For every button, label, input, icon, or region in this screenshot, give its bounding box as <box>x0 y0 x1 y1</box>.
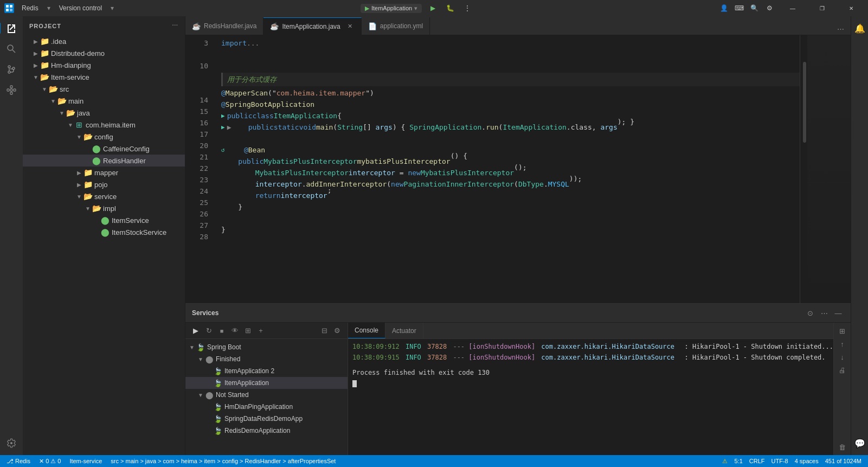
tab-itemapplication[interactable]: ☕ ItemApplication.java ✕ <box>263 17 361 35</box>
status-indent[interactable]: 4 spaces <box>793 458 821 464</box>
arrow-com-heima: ▼ <box>66 122 75 128</box>
sidebar-item-redishandler[interactable]: ▶ ⬤ RedisHandler <box>23 155 185 167</box>
activity-explorer[interactable] <box>2 18 21 38</box>
run-line16-btn[interactable]: ▶ <box>221 110 225 121</box>
right-chat[interactable]: 💬 <box>850 433 869 453</box>
sidebar-item-itemservice-class[interactable]: ▶ ⬤ ItemService <box>23 214 185 226</box>
bottom-panel: Services ⊙ ⋯ — ▶ ↻ ■ 👁 <box>185 303 851 455</box>
sidebar-menu-icon[interactable]: ⋯ <box>172 22 178 29</box>
sidebar-item-caffeineconfig[interactable]: ▶ ⬤ CaffeineConfig <box>23 143 185 155</box>
sidebar-item-src[interactable]: ▼ 📂 src <box>23 83 185 95</box>
java-icon-itemstockservice: ⬤ <box>101 228 110 236</box>
more-button[interactable]: ⋮ <box>461 2 474 15</box>
minimize-button[interactable]: — <box>780 0 805 16</box>
sidebar-item-hmdianping[interactable]: ▶ 📁 Hm-dianping <box>23 59 185 71</box>
code-content[interactable]: import ... 用于分布式缓存 @MapperScan("com.heim… <box>213 35 800 303</box>
editor-scrollbar[interactable] <box>800 35 807 303</box>
svc-run-btn[interactable]: ▶ <box>190 325 202 337</box>
tab-redishandler[interactable]: ☕ RedisHandler.java <box>185 17 263 35</box>
panel-expand-btn[interactable]: ⊙ <box>804 307 816 319</box>
console-tab-actuator[interactable]: Actuator <box>385 323 423 338</box>
svc-collapse-btn[interactable]: ⊟ <box>318 325 330 337</box>
svc-itemapp[interactable]: ▶ 🍃 ItemApplication <box>185 377 348 389</box>
debug-button[interactable]: 🐛 <box>443 2 456 15</box>
panel-right-btn2[interactable]: ↑ <box>837 338 848 350</box>
panel-content: ▶ ↻ ■ 👁 ⊞ + ⊟ ⚙ <box>185 323 851 455</box>
translate-button[interactable]: ⌨ <box>732 2 745 15</box>
arrow-config: ▼ <box>75 134 83 140</box>
svc-eye-btn[interactable]: 👁 <box>229 325 241 337</box>
status-bar: ⎇ Redis ✕ 0 ⚠ 0 Item-service src > main … <box>0 455 868 467</box>
activity-extensions[interactable] <box>2 80 21 100</box>
panel-right-btn5[interactable]: 🗑 <box>837 441 848 453</box>
reload-btn-21[interactable]: ↺ <box>221 144 225 156</box>
app-icon: 🍃 <box>214 379 222 387</box>
sidebar-item-itemservice[interactable]: ▼ 📂 Item-service <box>23 71 185 83</box>
svc-filter-btn[interactable]: ⊞ <box>242 325 254 337</box>
status-git[interactable]: ⎇ Redis <box>4 458 33 465</box>
arrow-service: ▼ <box>75 194 83 200</box>
sidebar-item-java[interactable]: ▼ 📂 java <box>23 107 185 119</box>
run-config[interactable]: ▶ ItemApplication ▾ <box>361 4 422 13</box>
sidebar-item-pojo[interactable]: ▶ 📁 pojo <box>23 178 185 190</box>
sidebar-label-hmdianping: Hm-dianping <box>51 61 91 69</box>
panel-right-btn4[interactable]: 🖨 <box>837 364 848 376</box>
svc-group-finished[interactable]: ▼ ⬤ Finished <box>185 353 348 365</box>
svc-redisdemo[interactable]: ▶ 🍃 RedisDemoApplication <box>185 425 348 437</box>
run-button[interactable]: ▶ <box>426 2 439 15</box>
svc-add-btn[interactable]: + <box>255 325 267 337</box>
panel-right-btn3[interactable]: ↓ <box>837 351 848 363</box>
svc-itemapp2[interactable]: ▶ 🍃 ItemApplication 2 <box>185 365 348 377</box>
code-line-15: @SpringBootApplication <box>221 99 800 110</box>
sidebar-item-distributed[interactable]: ▶ 📁 Distributed-demo <box>23 47 185 59</box>
svc-group-notstarted[interactable]: ▼ ⬤ Not Started <box>185 389 348 401</box>
sidebar-label-redishandler: RedisHandler <box>103 157 146 165</box>
svc-stop-btn[interactable]: ■ <box>216 325 228 337</box>
search-button[interactable]: 🔍 <box>748 2 761 15</box>
tab-close-itemapplication[interactable]: ✕ <box>346 22 355 31</box>
status-crlf[interactable]: CRLF <box>747 458 767 464</box>
right-notifications[interactable]: 🔔 <box>850 18 869 38</box>
console-tab-console[interactable]: Console <box>348 323 385 338</box>
sidebar-item-idea[interactable]: ▶ 📁 .idea <box>23 35 185 47</box>
console-output[interactable]: 10:38:09:912 INFO 37828 --- [ionShutdown… <box>348 339 833 455</box>
panel-menu-btn[interactable]: ⋯ <box>818 307 830 319</box>
sidebar-item-main[interactable]: ▼ 📂 main <box>23 95 185 107</box>
status-line-col[interactable]: 5:1 <box>732 458 744 464</box>
menu-redis[interactable]: Redis <box>18 3 42 13</box>
svg-rect-0 <box>6 5 9 8</box>
svc-hmdianping[interactable]: ▶ 🍃 HmDianPingApplication <box>185 401 348 413</box>
panel-minimize-btn[interactable]: — <box>832 307 844 319</box>
run-line17-btn[interactable]: ▶ <box>221 121 225 133</box>
status-errors[interactable]: ✕ 0 ⚠ 0 <box>37 458 63 465</box>
status-memory[interactable]: 451 of 1024M <box>823 458 864 464</box>
settings-button[interactable]: ⚙ <box>763 2 776 15</box>
sidebar-item-com-heima[interactable]: ▼ ⊞ com.heima.item <box>23 119 185 131</box>
svc-settings-btn[interactable]: ⚙ <box>331 325 343 337</box>
sidebar-item-config[interactable]: ▼ 📂 config <box>23 131 185 143</box>
sidebar-item-mapper[interactable]: ▶ 📁 mapper <box>23 167 185 178</box>
sidebar-item-itemstockservice[interactable]: ▶ ⬤ ItemStockService <box>23 226 185 238</box>
profile-button[interactable]: 👤 <box>717 2 730 15</box>
tab-application-yml[interactable]: 📄 application.yml <box>362 17 430 35</box>
status-warning-indicator[interactable]: ⚠ <box>720 458 730 465</box>
comment-block: 用于分布式缓存 <box>221 73 800 86</box>
activity-search[interactable] <box>2 39 21 59</box>
svg-rect-13 <box>14 89 16 91</box>
activity-settings[interactable] <box>2 433 21 453</box>
maximize-button[interactable]: ❐ <box>809 0 834 16</box>
sidebar-item-service[interactable]: ▼ 📂 service <box>23 190 185 202</box>
activity-git[interactable] <box>2 60 21 79</box>
warning-icon: ⚠ <box>50 458 56 465</box>
status-project[interactable]: Item-service <box>67 458 104 464</box>
tab-action-more[interactable]: ⋯ <box>834 23 846 35</box>
panel-right-btn1[interactable]: ⊞ <box>837 325 848 337</box>
svc-springdataredis[interactable]: ▶ 🍃 SpringDataRedisDemoApp <box>185 413 348 425</box>
menu-vcs[interactable]: Version control <box>56 3 105 13</box>
sidebar-item-impl[interactable]: ▼ 📂 impl <box>23 202 185 214</box>
svc-restart-btn[interactable]: ↻ <box>203 325 215 337</box>
svc-group-springboot[interactable]: ▼ 🍃 Spring Boot <box>185 341 348 353</box>
package-icon-com-heima: ⊞ <box>75 120 83 129</box>
status-encoding[interactable]: UTF-8 <box>769 458 790 464</box>
close-button[interactable]: ✕ <box>839 0 864 16</box>
